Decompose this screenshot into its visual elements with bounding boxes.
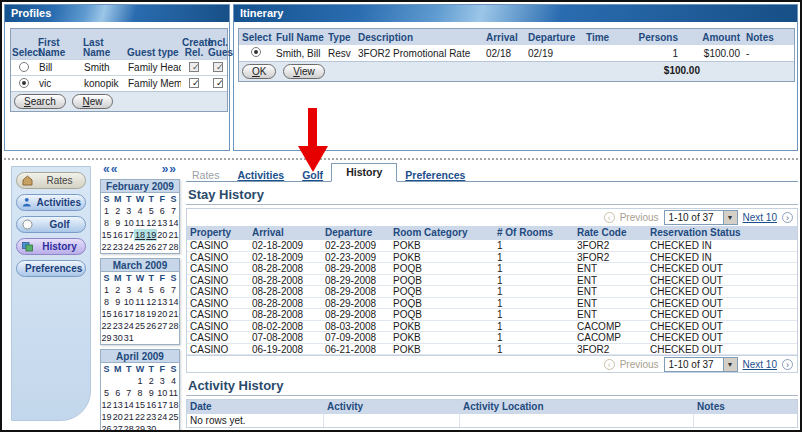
range-select[interactable]: 1-10 of 37 ▼ bbox=[664, 357, 738, 372]
calendar-day[interactable]: 21 bbox=[168, 308, 179, 320]
calendar-day[interactable]: 23 bbox=[112, 320, 123, 332]
calendar-day[interactable]: 29 bbox=[101, 332, 112, 344]
incl-guest-checkbox[interactable]: ✓ bbox=[213, 78, 223, 88]
calendar-day[interactable]: 2 bbox=[146, 375, 157, 387]
calendar-day[interactable]: 17 bbox=[123, 229, 134, 241]
calendar-day[interactable]: 6 bbox=[157, 205, 168, 217]
calendar-day[interactable]: 26 bbox=[146, 241, 157, 253]
calendar-day[interactable]: 2 bbox=[112, 205, 123, 217]
calendar-day[interactable]: 13 bbox=[157, 217, 168, 229]
calendar-day[interactable]: 29 bbox=[134, 423, 145, 432]
new-button[interactable]: New bbox=[72, 94, 112, 109]
calendar-day[interactable]: 11 bbox=[134, 296, 145, 308]
sidebar-item-history[interactable]: History bbox=[16, 238, 86, 255]
next-circle-icon[interactable]: › bbox=[782, 359, 793, 370]
calendar-day[interactable]: 14 bbox=[123, 399, 134, 411]
calendar-day[interactable]: 23 bbox=[146, 411, 157, 423]
calendar-day[interactable]: 4 bbox=[134, 284, 145, 296]
calendar-day[interactable]: 10 bbox=[123, 296, 134, 308]
calendar-day[interactable]: 13 bbox=[112, 399, 123, 411]
calendar-day[interactable]: 8 bbox=[101, 217, 112, 229]
select-radio[interactable] bbox=[19, 62, 29, 72]
calendar-day[interactable]: 16 bbox=[146, 399, 157, 411]
calendar-day[interactable]: 4 bbox=[134, 205, 145, 217]
next-link[interactable]: Next 10 bbox=[743, 359, 777, 370]
view-button[interactable]: View bbox=[283, 64, 325, 79]
calendar-day[interactable]: 19 bbox=[146, 229, 157, 241]
calendar-day[interactable]: 22 bbox=[134, 411, 145, 423]
calendar-day[interactable]: 25 bbox=[134, 320, 145, 332]
calendar-day[interactable]: 15 bbox=[101, 308, 112, 320]
tab-activities[interactable]: Activities bbox=[237, 169, 284, 181]
dropdown-arrow-icon[interactable]: ▼ bbox=[723, 211, 737, 224]
calendar-day[interactable]: 9 bbox=[112, 217, 123, 229]
calendar-day[interactable]: 1 bbox=[101, 284, 112, 296]
calendar-day[interactable]: 10 bbox=[123, 217, 134, 229]
calendar-day[interactable]: 23 bbox=[112, 241, 123, 253]
create-rel-checkbox[interactable]: ✓ bbox=[189, 62, 199, 72]
calendar-day[interactable]: 21 bbox=[123, 411, 134, 423]
calendar-day[interactable]: 3 bbox=[123, 205, 134, 217]
calendar-day[interactable]: 1 bbox=[134, 375, 145, 387]
dropdown-arrow-icon[interactable]: ▼ bbox=[723, 358, 737, 371]
calendar-day[interactable]: 9 bbox=[146, 387, 157, 399]
calendar-day[interactable]: 16 bbox=[112, 229, 123, 241]
incl-guest-checkbox[interactable]: ✓ bbox=[213, 62, 223, 72]
calendar-day[interactable]: 3 bbox=[123, 284, 134, 296]
calendar-day[interactable]: 18 bbox=[134, 229, 145, 241]
calendar-previous-icon[interactable]: «« bbox=[103, 164, 118, 177]
calendar-day[interactable]: 21 bbox=[168, 229, 179, 241]
select-radio[interactable] bbox=[19, 78, 29, 88]
sidebar-item-activities[interactable]: Activities bbox=[16, 194, 86, 211]
calendar-day[interactable]: 5 bbox=[146, 284, 157, 296]
next-link[interactable]: Next 10 bbox=[743, 212, 777, 223]
calendar-day[interactable]: 20 bbox=[157, 229, 168, 241]
search-button[interactable]: Search bbox=[14, 94, 66, 109]
select-radio[interactable] bbox=[251, 47, 261, 57]
calendar-day[interactable]: 19 bbox=[146, 308, 157, 320]
calendar-day[interactable]: 24 bbox=[123, 241, 134, 253]
calendar-day[interactable]: 26 bbox=[101, 423, 112, 432]
calendar-day[interactable]: 5 bbox=[146, 205, 157, 217]
calendar-day[interactable]: 6 bbox=[112, 387, 123, 399]
calendar-day[interactable]: 2 bbox=[112, 284, 123, 296]
calendar-day[interactable]: 19 bbox=[101, 411, 112, 423]
tab-history[interactable]: History bbox=[331, 163, 397, 182]
calendar-day[interactable] bbox=[101, 375, 112, 387]
calendar-day[interactable]: 7 bbox=[168, 284, 179, 296]
calendar-day[interactable]: 25 bbox=[168, 411, 179, 423]
calendar-day[interactable] bbox=[112, 375, 123, 387]
calendar-day[interactable]: 3 bbox=[157, 375, 168, 387]
calendar-day[interactable]: 24 bbox=[157, 411, 168, 423]
calendar-day[interactable]: 20 bbox=[112, 411, 123, 423]
calendar-day[interactable]: 26 bbox=[146, 320, 157, 332]
calendar-day[interactable]: 4 bbox=[168, 375, 179, 387]
create-rel-checkbox[interactable]: ✓ bbox=[189, 78, 199, 88]
calendar-day[interactable]: 9 bbox=[112, 296, 123, 308]
calendar-day[interactable]: 28 bbox=[123, 423, 134, 432]
calendar-day[interactable]: 14 bbox=[168, 217, 179, 229]
calendar-day[interactable]: 10 bbox=[157, 387, 168, 399]
calendar-day[interactable]: 28 bbox=[168, 320, 179, 332]
calendar-day[interactable] bbox=[123, 375, 134, 387]
calendar-day[interactable]: 7 bbox=[123, 387, 134, 399]
calendar-day[interactable]: 11 bbox=[134, 217, 145, 229]
calendar-day[interactable]: 18 bbox=[134, 308, 145, 320]
calendar-day[interactable]: 8 bbox=[101, 296, 112, 308]
range-select[interactable]: 1-10 of 37 ▼ bbox=[664, 210, 738, 225]
calendar-day[interactable]: 5 bbox=[101, 387, 112, 399]
calendar-day[interactable]: 25 bbox=[134, 241, 145, 253]
calendar-day[interactable]: 12 bbox=[146, 217, 157, 229]
calendar-day[interactable]: 31 bbox=[123, 332, 134, 344]
calendar-day[interactable]: 16 bbox=[112, 308, 123, 320]
calendar-day[interactable]: 6 bbox=[157, 284, 168, 296]
sidebar-item-preferences[interactable]: Preferences bbox=[16, 260, 86, 277]
calendar-day[interactable]: 22 bbox=[101, 320, 112, 332]
calendar-day[interactable]: 27 bbox=[157, 320, 168, 332]
calendar-day[interactable]: 8 bbox=[134, 387, 145, 399]
tab-preferences[interactable]: Preferences bbox=[405, 169, 465, 181]
calendar-day[interactable]: 20 bbox=[157, 308, 168, 320]
calendar-day[interactable]: 12 bbox=[101, 399, 112, 411]
calendar-day[interactable]: 14 bbox=[168, 296, 179, 308]
calendar-day[interactable]: 13 bbox=[157, 296, 168, 308]
